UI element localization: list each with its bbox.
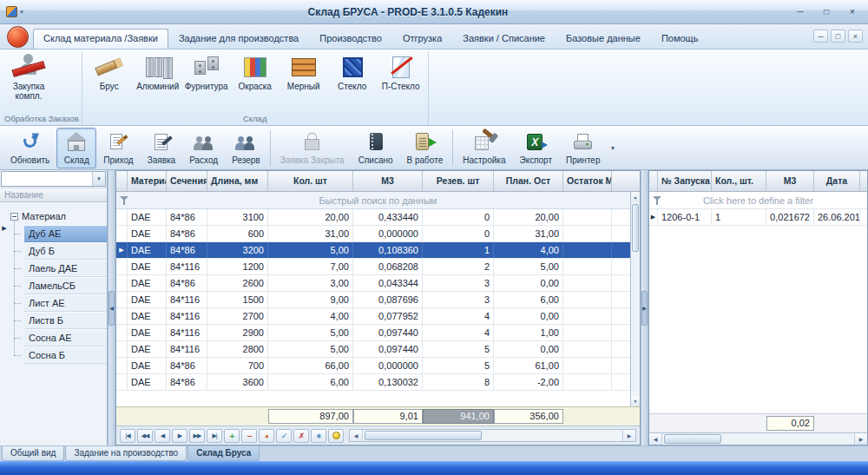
refresh-icon[interactable]: ∗ — [311, 429, 326, 443]
menu-tab[interactable]: Отгрузка — [392, 29, 452, 49]
quick-access-chevron-icon[interactable]: ▼ — [19, 10, 24, 15]
edit-record-icon[interactable]: ▲ — [259, 429, 274, 443]
bottom-tab[interactable]: Общий вид — [2, 446, 64, 461]
scrollbar-track[interactable] — [631, 202, 640, 396]
child-minimize-button[interactable]: ─ — [813, 30, 828, 43]
bottom-tab[interactable]: Склад Бруса — [187, 446, 260, 461]
material-item[interactable]: Дуб Б — [0, 242, 107, 260]
menu-tab[interactable]: Базовые данные — [556, 29, 651, 49]
column-header[interactable]: Материал — [128, 171, 167, 191]
scroll-left-icon[interactable]: ◀ — [649, 433, 662, 445]
toolbar-button[interactable]: Обновить — [3, 128, 56, 168]
ribbon-button[interactable]: Закупка компл. — [4, 52, 53, 101]
toolbar-button[interactable]: Настройка — [456, 128, 512, 168]
first-record-icon[interactable]: |◀ — [120, 429, 135, 443]
quick-search-row[interactable]: Быстрый поиск по данным — [116, 192, 640, 209]
material-item[interactable]: Листв Б — [0, 312, 107, 329]
column-header[interactable]: Дата — [814, 171, 860, 191]
stock-row[interactable]: DAE84*11627004,000,07795240,00 — [116, 308, 640, 325]
toolbar-button[interactable]: Приход — [96, 128, 140, 168]
scrollbar-track[interactable] — [662, 433, 854, 445]
stock-row[interactable]: DAE84*11612007,000,06820825,00 — [116, 259, 640, 275]
collapse-expander-icon[interactable] — [10, 213, 18, 221]
scroll-up-icon[interactable]: ▲ — [631, 192, 640, 202]
post-edit-icon[interactable]: ✓ — [276, 429, 292, 443]
column-header[interactable]: Резев. шт — [423, 171, 494, 191]
column-header[interactable]: Длина, мм — [207, 171, 268, 191]
ribbon-button[interactable]: Окраска — [231, 52, 279, 91]
toolbar-button[interactable]: В работе — [400, 128, 450, 168]
menu-tab[interactable]: Задание для производства — [168, 29, 309, 49]
menu-tab[interactable]: Склад материала /Заявки — [33, 29, 168, 49]
windows-taskbar[interactable] — [0, 461, 868, 475]
ribbon-button[interactable]: Алюминий — [134, 52, 182, 91]
stock-row[interactable]: DAE84*8660031,000,000000031,00 — [116, 226, 640, 242]
vertical-scrollbar[interactable]: ▲ ▼ — [630, 192, 640, 406]
ribbon-button[interactable]: Мерный — [279, 52, 328, 91]
tree-root-item[interactable]: Материал — [0, 208, 107, 225]
child-close-button[interactable]: × — [848, 30, 863, 43]
stock-row[interactable]: ▶DAE84*8632005,000,10836014,00 — [116, 242, 640, 259]
ribbon-button[interactable]: П-Стекло — [377, 52, 425, 91]
scroll-right-icon[interactable]: ▶ — [622, 430, 635, 441]
collapse-left-icon[interactable]: ◀ — [108, 291, 115, 326]
scrollbar-thumb[interactable] — [664, 434, 721, 444]
scroll-left-icon[interactable]: ◀ — [350, 430, 363, 441]
stock-row[interactable]: DAE84*8636006,000,1300328-2,00 — [116, 374, 640, 391]
next-record-icon[interactable]: ▶ — [172, 429, 187, 443]
toolbar-button[interactable]: Списано — [352, 128, 400, 168]
insert-record-icon[interactable]: + — [224, 429, 240, 443]
filter-row[interactable]: Click here to define a filter — [649, 192, 867, 209]
toolbar-button[interactable]: Принтер — [559, 128, 607, 168]
prior-page-icon[interactable]: ◀◀ — [137, 429, 153, 443]
scrollbar-thumb[interactable] — [365, 431, 482, 440]
column-header[interactable]: Сечения — [167, 171, 207, 191]
collapse-right-icon[interactable]: ▶ — [641, 291, 648, 326]
application-menu-button[interactable] — [7, 26, 29, 48]
stock-row[interactable]: DAE84*11615009,000,08769636,00 — [116, 292, 640, 308]
column-header[interactable]: Кол. шт — [268, 171, 353, 191]
ribbon-button[interactable]: Фурнитура — [182, 52, 231, 91]
cancel-edit-icon[interactable]: ✗ — [293, 429, 309, 443]
toolbar-button[interactable]: Заявка — [141, 128, 183, 168]
material-filter-combo[interactable]: ▼ — [1, 171, 106, 187]
minimize-button[interactable]: ─ — [788, 4, 812, 20]
app-icon[interactable] — [6, 6, 17, 17]
material-item[interactable]: Лист АЕ — [0, 294, 107, 312]
stock-row[interactable]: DAE84*11628005,000,09744050,00 — [116, 341, 640, 358]
horizontal-scrollbar[interactable]: ◀ ▶ — [349, 429, 636, 442]
ribbon-button[interactable]: Брус — [85, 52, 134, 91]
toolbar-button[interactable]: Экспорт — [512, 128, 559, 168]
menu-tab[interactable]: Заявки / Списание — [452, 29, 556, 49]
bottom-tab[interactable]: Задание на производство — [65, 446, 187, 461]
column-header[interactable]: М3 — [766, 171, 814, 191]
toolbar-button[interactable]: Заявка Закрыта — [273, 128, 352, 168]
horizontal-scrollbar[interactable]: ◀ ▶ — [649, 432, 867, 445]
maximize-button[interactable]: □ — [814, 4, 838, 20]
material-item[interactable]: Сосна Б — [0, 346, 107, 364]
left-splitter[interactable]: ◀ — [108, 170, 115, 445]
last-record-icon[interactable]: ▶| — [207, 429, 222, 443]
child-restore-button[interactable]: □ — [831, 30, 845, 43]
toolbar-overflow-icon[interactable]: ▼ — [607, 142, 618, 155]
scroll-right-icon[interactable]: ▶ — [854, 433, 867, 445]
column-header[interactable]: М3 — [353, 171, 423, 191]
bulb-hint-icon[interactable] — [328, 429, 344, 443]
dropdown-arrow-icon[interactable]: ▼ — [92, 172, 105, 186]
stock-row[interactable]: DAE84*8626003,000,04334430,00 — [116, 275, 640, 292]
ribbon-button[interactable]: Стекло — [328, 52, 377, 91]
material-item[interactable]: ЛамельСБ — [0, 277, 107, 294]
menu-tab[interactable]: Производство — [309, 29, 392, 49]
prior-record-icon[interactable]: ◀ — [155, 429, 170, 443]
toolbar-button[interactable]: Склад — [56, 128, 96, 168]
launch-row[interactable]: ▶1206-0-110,02167226.06.2017 — [649, 209, 867, 226]
column-header[interactable]: План. Ост — [494, 171, 563, 191]
right-splitter[interactable]: ▶ — [641, 170, 648, 445]
stock-row[interactable]: DAE84*11629005,000,09744041,00 — [116, 325, 640, 341]
column-header[interactable]: № Запуска — [658, 171, 712, 191]
material-item[interactable]: ▶Дуб АЕ — [0, 225, 107, 242]
scroll-down-icon[interactable]: ▼ — [631, 396, 640, 406]
material-item[interactable]: Лаель ДАЕ — [0, 260, 107, 277]
column-header[interactable]: Остаток М3 — [563, 171, 612, 191]
delete-record-icon[interactable]: − — [241, 429, 257, 443]
